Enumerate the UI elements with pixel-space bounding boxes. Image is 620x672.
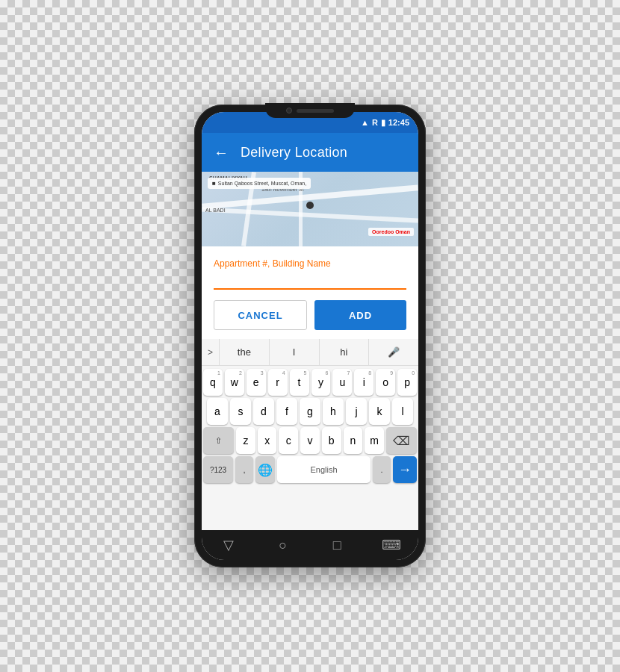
wifi-icon: ▲ [361,118,369,127]
mic-button[interactable]: 🎤 [369,339,418,365]
home-nav-button[interactable]: ○ [268,538,298,553]
form-area: Appartment #, Building Name CANCEL ADD [202,246,418,339]
key-o[interactable]: o9 [376,369,395,396]
map-pin [306,202,314,209]
battery-icon: ▮ [381,118,385,128]
key-b[interactable]: b [322,427,341,454]
key-p[interactable]: p0 [397,369,417,396]
phone-screen: ▲ R ▮ 12:45 ← Delivery Location SHAMALIY… [202,112,418,560]
navigation-bar: ▽ ○ □ ⌨ [202,530,418,560]
mic-icon: 🎤 [388,346,400,358]
shift-key[interactable]: ⇧ [203,427,234,454]
backspace-key[interactable]: ⌫ [386,427,417,454]
keyboard-row-1: q1 w2 e3 r4 t5 y6 u7 i8 o9 p0 [203,369,417,396]
status-icons: ▲ R ▮ 12:45 [361,118,409,128]
map-view[interactable]: SHAMALIYYAH AL BADI 18th November St ■ S… [202,172,418,246]
location-pin-label: ■ Sultan Qaboos Street, Muscat, Oman, [208,178,311,189]
key-n[interactable]: n [344,427,363,454]
key-y[interactable]: y6 [311,369,331,396]
space-key[interactable]: English [277,456,371,483]
screen-title: Delivery Location [241,145,347,161]
key-d[interactable]: d [253,398,274,425]
key-j[interactable]: j [346,398,367,425]
signal-icon: R [372,118,378,127]
suggestion-the[interactable]: the [220,339,270,365]
key-h[interactable]: h [323,398,344,425]
form-buttons: CANCEL ADD [214,300,406,330]
add-button[interactable]: ADD [314,300,406,330]
key-t[interactable]: t5 [290,369,309,396]
apartment-input-label: Appartment #, Building Name [214,258,406,269]
top-bezel [265,103,355,118]
apartment-input[interactable] [214,272,406,290]
suggestion-i[interactable]: I [270,339,320,365]
back-button[interactable]: ← [214,144,229,161]
time-display: 12:45 [388,118,409,127]
keyboard-row-4: ?123 , 🌐 English . → [203,456,417,483]
globe-key[interactable]: 🌐 [255,456,275,483]
front-camera [286,108,292,113]
keyboard-row-3: ⇧ z x c v b n m ⌫ [203,427,417,454]
ooredoo-label: Ooredoo Oman [368,228,414,236]
key-r[interactable]: r4 [268,369,288,396]
numbers-key[interactable]: ?123 [203,456,233,483]
key-z[interactable]: z [236,427,255,454]
key-a[interactable]: a [207,398,228,425]
keyboard: q1 w2 e3 r4 t5 y6 u7 i8 o9 p0 a s d f g … [202,366,418,530]
key-k[interactable]: k [369,398,390,425]
key-q[interactable]: q1 [203,369,223,396]
key-u[interactable]: u7 [332,369,352,396]
key-v[interactable]: v [300,427,320,454]
key-e[interactable]: e3 [247,369,266,396]
cancel-button[interactable]: CANCEL [214,300,307,330]
period-key[interactable]: . [373,456,391,483]
app-bar: ← Delivery Location [202,133,418,172]
enter-key[interactable]: → [393,456,417,483]
key-l[interactable]: l [392,398,413,425]
suggestion-hi[interactable]: hi [320,339,370,365]
key-s[interactable]: s [230,398,251,425]
comma-key[interactable]: , [235,456,253,483]
recents-nav-button[interactable]: □ [322,538,352,553]
key-c[interactable]: c [279,427,298,454]
keyboard-nav-button[interactable]: ⌨ [376,537,406,553]
key-i[interactable]: i8 [354,369,373,396]
suggestions-expand-arrow[interactable]: > [202,339,220,365]
key-m[interactable]: m [365,427,384,454]
phone-device: ▲ R ▮ 12:45 ← Delivery Location SHAMALIY… [194,105,426,567]
key-x[interactable]: x [258,427,277,454]
key-w[interactable]: w2 [225,369,244,396]
speaker [297,109,334,113]
key-g[interactable]: g [300,398,320,425]
map-area-label-2: AL BADI [205,208,226,213]
key-f[interactable]: f [276,398,297,425]
keyboard-row-2: a s d f g h j k l [203,398,417,425]
keyboard-suggestions-bar: > the I hi 🎤 [202,339,418,366]
back-nav-button[interactable]: ▽ [214,537,244,553]
